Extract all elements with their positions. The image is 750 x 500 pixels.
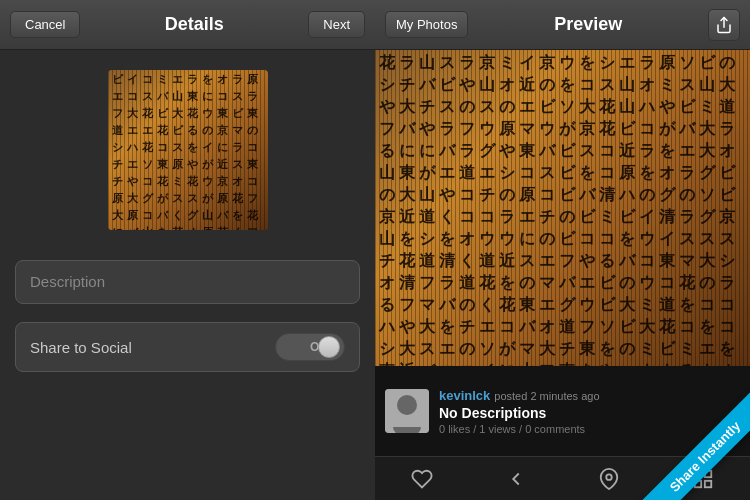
location-icon xyxy=(598,468,620,490)
info-text: kevinlck posted 2 minutes ago No Descrip… xyxy=(439,388,740,435)
username: kevinlck xyxy=(439,388,490,403)
left-title: Details xyxy=(80,14,308,35)
social-toggle[interactable]: OFF xyxy=(275,333,345,361)
left-panel: Cancel Details Next Description Share to… xyxy=(0,0,375,500)
social-share-row: Share to Social OFF xyxy=(15,322,360,372)
avatar xyxy=(385,389,429,433)
right-panel: My Photos Preview kevinlck posted 2 minu… xyxy=(375,0,750,500)
left-image-area xyxy=(0,50,375,240)
next-button[interactable]: Next xyxy=(308,11,365,38)
info-bar: kevinlck posted 2 minutes ago No Descrip… xyxy=(375,366,750,456)
my-photos-button[interactable]: My Photos xyxy=(385,11,468,38)
svg-rect-2 xyxy=(695,470,701,476)
photo-description: No Descriptions xyxy=(439,405,740,421)
right-image-area xyxy=(375,50,750,366)
svg-point-1 xyxy=(607,474,613,480)
location-button[interactable] xyxy=(589,462,629,496)
right-title: Preview xyxy=(468,14,708,35)
grid-icon xyxy=(692,468,714,490)
share-icon xyxy=(715,16,733,34)
share-button[interactable] xyxy=(708,9,740,41)
svg-rect-5 xyxy=(705,480,711,486)
username-row: kevinlck posted 2 minutes ago xyxy=(439,388,740,403)
back-icon xyxy=(505,468,527,490)
description-placeholder: Description xyxy=(30,273,105,290)
posted-time: posted 2 minutes ago xyxy=(494,390,599,402)
grid-button[interactable] xyxy=(683,462,723,496)
social-label: Share to Social xyxy=(30,339,132,356)
back-button[interactable] xyxy=(496,462,536,496)
right-header: My Photos Preview xyxy=(375,0,750,50)
svg-rect-4 xyxy=(695,480,701,486)
description-field[interactable]: Description xyxy=(15,260,360,304)
bottom-toolbar xyxy=(375,456,750,500)
heart-button[interactable] xyxy=(402,462,442,496)
left-photo-thumbnail xyxy=(108,70,268,230)
toggle-knob xyxy=(318,336,340,358)
heart-icon xyxy=(411,468,433,490)
photo-stats: 0 likes / 1 views / 0 comments xyxy=(439,423,740,435)
left-header: Cancel Details Next xyxy=(0,0,375,50)
cancel-button[interactable]: Cancel xyxy=(10,11,80,38)
svg-rect-3 xyxy=(705,470,711,476)
